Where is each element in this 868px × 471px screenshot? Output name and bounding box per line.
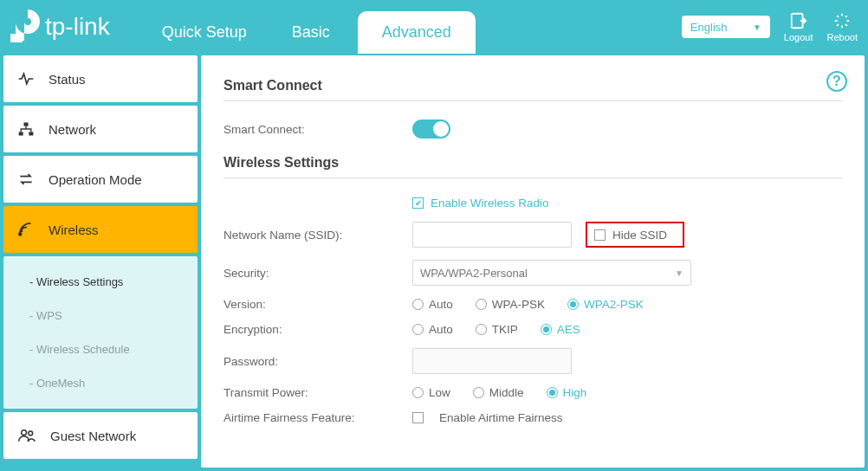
svg-point-7 [29,431,33,436]
sidebar-item-network[interactable]: Network [3,106,198,152]
header: tp-link Quick Setup Basic Advanced Engli… [0,0,868,54]
language-value: English [690,21,728,34]
header-right: English ▼ Logout Reboot [682,11,858,42]
row-ssid: Network Name (SSID): Hide SSID [223,216,842,254]
security-label: Security: [223,267,412,280]
sidebar-item-operation-mode[interactable]: Operation Mode [3,156,198,203]
sidebar-label: Wireless [49,223,99,237]
transmit-power-label: Transmit Power: [223,386,412,399]
tab-advanced[interactable]: Advanced [358,11,476,54]
submenu-wireless-settings[interactable]: Wireless Settings [29,265,198,299]
password-input[interactable] [412,348,572,374]
encryption-radio-tkip[interactable]: TKIP [476,323,518,336]
logout-icon [789,11,808,30]
svg-rect-2 [24,123,29,126]
brand-logo: tp-link [5,10,110,44]
sidebar-label: Operation Mode [49,172,142,187]
sidebar: Status Network Operation Mode Wireless W… [3,55,198,468]
version-radio-wpa-psk[interactable]: WPA-PSK [476,298,545,311]
enable-wireless-radio-checkbox[interactable]: Enable Wireless Radio [412,197,549,210]
version-radio-wpa2-psk[interactable]: WPA2-PSK [567,298,644,311]
row-transmit-power: Transmit Power: Low Middle High [223,380,842,405]
row-security: Security: WPA/WPA2-Personal ▼ [223,254,842,292]
guest-network-icon [17,428,36,443]
security-select[interactable]: WPA/WPA2-Personal ▼ [412,260,691,286]
logout-button[interactable]: Logout [784,11,813,42]
language-select[interactable]: English ▼ [682,16,770,38]
svg-rect-0 [10,34,23,42]
chevron-down-icon: ▼ [675,268,683,278]
chevron-down-icon: ▼ [753,23,761,32]
password-label: Password: [223,355,412,368]
section-title-smart-connect: Smart Connect [223,78,842,101]
section-title-wireless-settings: Wireless Settings [223,155,842,178]
checkbox-icon [412,197,424,209]
airtime-checkbox[interactable] [412,412,424,423]
version-label: Version: [223,298,412,311]
brand-text: tp-link [45,13,110,41]
hide-ssid-highlight: Hide SSID [586,222,684,248]
reboot-label: Reboot [827,32,858,42]
svg-point-5 [19,233,22,236]
transmit-radio-high[interactable]: High [547,386,587,399]
transmit-radio-middle[interactable]: Middle [473,386,524,399]
svg-rect-3 [19,132,23,135]
tab-quick-setup[interactable]: Quick Setup [145,11,264,54]
sidebar-label: Guest Network [50,429,136,443]
security-value: WPA/WPA2-Personal [420,267,528,280]
reboot-button[interactable]: Reboot [827,11,858,42]
sidebar-item-wireless[interactable]: Wireless [3,206,198,253]
operation-mode-icon [17,171,35,187]
body: Status Network Operation Mode Wireless W… [0,54,868,471]
submenu-onemesh[interactable]: OneMesh [29,366,198,400]
airtime-check-label: Enable Airtime Fairness [439,411,563,424]
svg-rect-4 [29,132,33,135]
ssid-label: Network Name (SSID): [223,229,412,242]
enable-wireless-radio-label: Enable Wireless Radio [431,197,549,210]
sidebar-item-guest-network[interactable]: Guest Network [3,412,198,459]
row-password: Password: [223,342,842,380]
submenu-wireless-schedule[interactable]: Wireless Schedule [29,332,198,366]
row-airtime-fairness: Airtime Fairness Feature: Enable Airtime… [223,405,842,430]
status-icon [17,71,35,87]
reboot-icon [832,11,852,30]
tp-link-logo-icon [10,10,40,44]
row-version: Version: Auto WPA-PSK WPA2-PSK [223,292,842,317]
version-radio-auto[interactable]: Auto [412,298,453,311]
smart-connect-label: Smart Connect: [223,123,412,136]
encryption-label: Encryption: [223,323,412,336]
sidebar-label: Status [49,72,86,87]
row-smart-connect: Smart Connect: [223,113,842,145]
row-enable-radio: Enable Wireless Radio [223,190,842,216]
sidebar-item-status[interactable]: Status [3,55,198,102]
ssid-input[interactable] [412,222,572,248]
encryption-radio-auto[interactable]: Auto [412,323,453,336]
sidebar-submenu: Wireless Settings WPS Wireless Schedule … [3,256,198,409]
tab-basic[interactable]: Basic [275,11,347,54]
logout-label: Logout [784,32,813,42]
main-tabs: Quick Setup Basic Advanced [136,0,682,54]
network-icon [17,121,35,137]
sidebar-label: Network [49,122,96,137]
row-encryption: Encryption: Auto TKIP AES [223,317,842,342]
submenu-wps[interactable]: WPS [29,299,198,332]
svg-point-6 [22,430,27,436]
main-panel: ? Smart Connect Smart Connect: Wireless … [201,55,865,468]
transmit-radio-low[interactable]: Low [412,386,450,399]
encryption-radio-aes[interactable]: AES [541,323,580,336]
help-button[interactable]: ? [826,71,847,92]
hide-ssid-label: Hide SSID [612,229,667,242]
hide-ssid-checkbox[interactable] [594,229,606,241]
wireless-icon [17,222,35,237]
airtime-label: Airtime Fairness Feature: [223,411,412,424]
smart-connect-toggle[interactable] [412,119,450,139]
